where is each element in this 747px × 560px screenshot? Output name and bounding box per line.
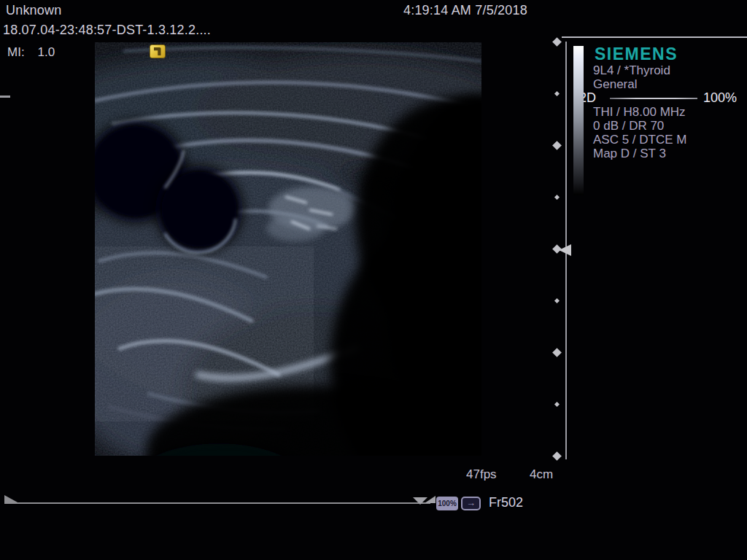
- study-id: 18.07.04-23:48:57-DST-1.3.12.2....: [3, 23, 211, 38]
- gain-value: 100%: [703, 90, 737, 106]
- siemens-logo: SIEMENS: [595, 44, 678, 64]
- preset-detail: General: [593, 77, 637, 92]
- param-map-st: Map D / ST 3: [593, 147, 666, 161]
- depth-tick-3cm: [552, 348, 562, 357]
- depth-tick-1cm: [552, 141, 562, 150]
- zoom-level-badge: 100%: [436, 497, 458, 510]
- grayscale-bar: [573, 46, 584, 195]
- panel-separator: [562, 36, 747, 38]
- depth-tick: [554, 195, 560, 200]
- param-db-dr: 0 dB / DR 70: [593, 119, 664, 133]
- frame-rate: 47fps: [466, 467, 497, 482]
- timestamp: 4:19:14 AM 7/5/2018: [403, 3, 527, 18]
- cine-scrubber-wedge: [425, 496, 436, 503]
- patient-name: Unknown: [6, 3, 61, 18]
- ultrasound-image: [95, 42, 481, 456]
- probe-preset: 9L4 / *Thyroid: [593, 63, 670, 78]
- mi-label: MI:: [7, 45, 25, 59]
- mi-index: MI:1.0: [7, 45, 55, 60]
- left-edge-mark: [0, 96, 10, 98]
- ultrasound-render: [95, 42, 481, 456]
- frame-number: Fr502: [489, 495, 523, 510]
- cine-bar[interactable]: [4, 502, 430, 504]
- focus-marker[interactable]: [559, 244, 571, 256]
- param-asc-dtce: ASC 5 / DTCE M: [593, 133, 686, 147]
- ultrasound-screen: Unknown 18.07.04-23:48:57-DST-1.3.12.2..…: [0, 0, 747, 560]
- mi-value: 1.0: [38, 45, 55, 59]
- play-direction-icon: →: [461, 497, 481, 510]
- depth-tick-0cm: [552, 37, 562, 47]
- gain-line: [610, 98, 697, 99]
- depth-tick: [554, 91, 560, 96]
- depth-tick: [554, 402, 560, 407]
- cine-start-marker: [4, 495, 19, 503]
- depth-tick-4cm: [552, 451, 562, 461]
- orientation-marker-icon: [150, 44, 166, 58]
- param-thi-freq: THI / H8.00 MHz: [593, 105, 686, 120]
- depth-label: 4cm: [530, 467, 553, 482]
- depth-tick: [554, 298, 560, 303]
